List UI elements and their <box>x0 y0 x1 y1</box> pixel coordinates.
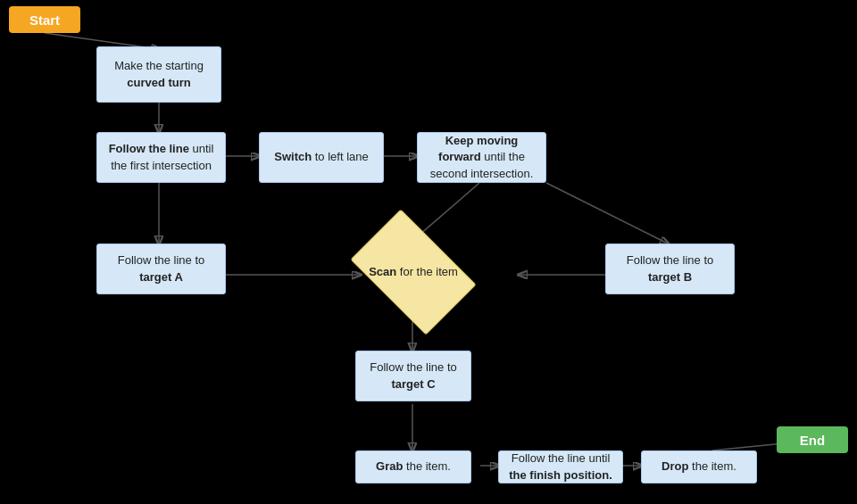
n8-bold: Grab <box>376 459 403 473</box>
n7-line1: Follow the line to <box>370 360 457 374</box>
node-finish-position: Follow the line until the finish positio… <box>498 450 623 483</box>
node-scan: Scan for the item <box>360 236 467 308</box>
end-node: End <box>777 426 848 453</box>
node-switch-lane: Switch to left lane <box>259 132 384 183</box>
flowchart: Start End Make the starting curved turn … <box>0 0 857 504</box>
node-grab: Grab the item. <box>355 450 471 483</box>
n10-rest: the item. <box>688 459 736 473</box>
node-drop: Drop the item. <box>641 450 757 483</box>
n5-bold: target A <box>139 270 183 284</box>
n3-rest: to left lane <box>312 150 369 163</box>
svg-line-6 <box>546 183 668 244</box>
n9-bold: the finish position. <box>509 468 612 482</box>
node-target-c: Follow the line to target C <box>355 351 471 401</box>
node-curved-turn: Make the starting curved turn <box>96 46 221 103</box>
n6-bold: target B <box>648 270 692 284</box>
start-label: Start <box>29 12 60 28</box>
end-label: End <box>800 433 825 448</box>
n6-line1: Follow the line to <box>627 253 714 267</box>
scan-bold: Scan <box>369 265 396 278</box>
node-target-b: Follow the line to target B <box>605 244 735 294</box>
node-target-a: Follow the line to target A <box>96 244 226 294</box>
n7-bold: target C <box>391 377 435 391</box>
n10-bold: Drop <box>661 459 688 473</box>
n2-bold: Follow the line <box>109 142 189 155</box>
n5-line1: Follow the line to <box>118 253 205 267</box>
n1-bold: curved turn <box>127 76 191 89</box>
node-keep-moving: Keep movingforward until thesecond inter… <box>417 132 546 183</box>
n3-bold: Switch <box>274 150 312 163</box>
start-node: Start <box>9 6 80 33</box>
n9-line1: Follow the line until <box>512 451 611 465</box>
n8-rest: the item. <box>403 459 450 473</box>
n1-line1: Make the starting <box>114 59 204 72</box>
node-follow-line-1: Follow the line until the first intersec… <box>96 132 226 183</box>
scan-rest: for the item <box>396 265 458 278</box>
diamond-text: Scan for the item <box>369 264 458 280</box>
